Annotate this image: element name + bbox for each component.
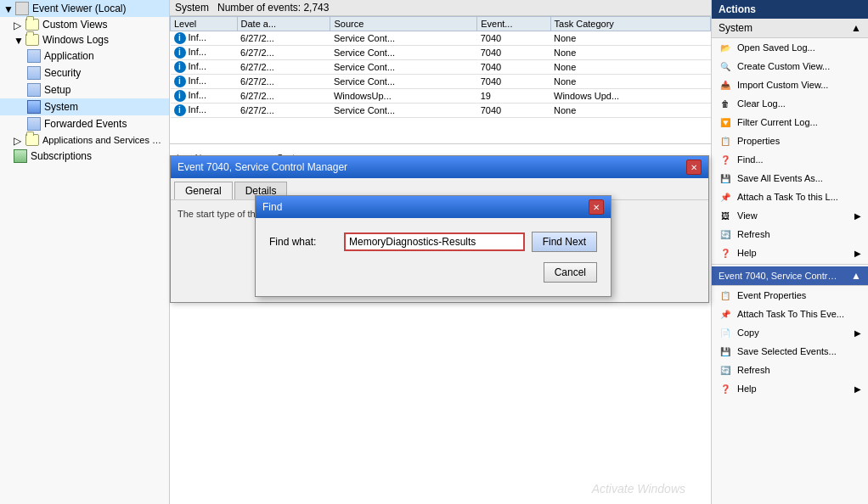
find-icon: ❓ [719, 153, 732, 166]
expand-icon[interactable]: ▼ [3, 3, 14, 14]
dialog-body: Find what: Find Next Cancel [256, 218, 611, 296]
sidebar-item-applications-services[interactable]: ▷ Applications and Services Lo... [0, 132, 169, 148]
cell-level: i Inf... [171, 104, 238, 118]
sidebar-item-security[interactable]: Security [0, 64, 169, 81]
cell-event: 7040 [477, 75, 550, 89]
folder-icon [25, 19, 39, 31]
cell-event: 7040 [477, 46, 550, 60]
panel-header: System Number of events: 2,743 [170, 0, 711, 16]
action-refresh-event[interactable]: 🔄 Refresh [712, 361, 868, 379]
action-help-event[interactable]: ❓ Help ▶ [712, 379, 868, 398]
col-date[interactable]: Date a... [237, 17, 330, 31]
sidebar-item-custom-views[interactable]: ▷ Custom Views [0, 17, 169, 32]
cell-source: Service Cont... [330, 31, 477, 46]
sidebar-item-system[interactable]: System [0, 98, 169, 115]
cancel-button[interactable]: Cancel [544, 262, 597, 283]
sidebar: ▼ Event Viewer (Local) ▷ Custom Views ▼ … [0, 0, 170, 504]
cell-event: 7040 [477, 104, 550, 118]
actions-section-system[interactable]: System ▲ [712, 19, 868, 38]
table-row[interactable]: i Inf... 6/27/2... Service Cont... 7040 … [171, 104, 711, 118]
action-label: Open Saved Log... [737, 42, 815, 53]
clear-icon: 🗑 [719, 97, 732, 110]
table-row[interactable]: i Inf... 6/27/2... WindowsUp... 19 Windo… [171, 89, 711, 104]
cell-event: 7040 [477, 31, 550, 46]
sidebar-item-subscriptions[interactable]: Subscriptions [0, 148, 169, 165]
help-event-icon: ❓ [719, 382, 732, 395]
sidebar-item-label: Security [44, 67, 81, 79]
sidebar-item-windows-logs[interactable]: ▼ Windows Logs [0, 32, 169, 48]
cell-level: i Inf... [171, 46, 238, 60]
sidebar-item-label: Subscriptions [31, 150, 92, 162]
action-copy[interactable]: 📄 Copy ▶ [712, 323, 868, 342]
sidebar-item-setup[interactable]: Setup [0, 81, 169, 98]
sidebar-item-label: Event Viewer (Local) [32, 3, 127, 14]
dialog-close-button[interactable]: ✕ [589, 199, 604, 215]
action-attach-task[interactable]: 📌 Attach a Task To this L... [712, 188, 868, 206]
col-event[interactable]: Event... [477, 17, 550, 31]
tab-general[interactable]: General [174, 182, 233, 199]
cell-source: Service Cont... [330, 104, 477, 118]
table-row[interactable]: i Inf... 6/27/2... Service Cont... 7040 … [171, 60, 711, 75]
cell-level: i Inf... [171, 31, 238, 46]
actions-title: Actions [712, 0, 868, 19]
save-selected-icon: 💾 [719, 344, 732, 358]
expand-icon[interactable]: ▷ [14, 20, 24, 30]
section-collapse-icon: ▲ [851, 22, 861, 34]
event-table: Level Date a... Source Event... Task Cat… [170, 16, 711, 118]
cell-category: None [550, 104, 710, 118]
import-icon: 📥 [719, 78, 732, 92]
cell-category: None [550, 75, 710, 89]
cell-source: Service Cont... [330, 46, 477, 60]
action-find[interactable]: ❓ Find... [712, 150, 868, 169]
col-category[interactable]: Task Category [550, 17, 710, 31]
sidebar-item-forwarded-events[interactable]: Forwarded Events [0, 115, 169, 132]
cell-level: i Inf... [171, 75, 238, 89]
action-attach-task-event[interactable]: 📌 Attach Task To This Eve... [712, 305, 868, 323]
action-view[interactable]: 🖼 View ▶ [712, 206, 868, 225]
dialog-actions: Cancel [269, 262, 597, 283]
action-open-saved-log[interactable]: 📂 Open Saved Log... [712, 38, 868, 57]
log-icon [27, 117, 41, 131]
action-clear-log[interactable]: 🗑 Clear Log... [712, 94, 868, 113]
copy-icon: 📄 [719, 326, 732, 339]
table-row[interactable]: i Inf... 6/27/2... Service Cont... 7040 … [171, 46, 711, 60]
window-close-button[interactable]: ✕ [686, 160, 702, 175]
cell-level: i Inf... [171, 60, 238, 75]
action-help-system[interactable]: ❓ Help ▶ [712, 244, 868, 262]
watermark: Activate Windows [592, 482, 685, 496]
action-label: Help [737, 248, 757, 258]
action-filter-log[interactable]: 🔽 Filter Current Log... [712, 113, 868, 132]
action-label: Save Selected Events... [737, 346, 837, 356]
expand-icon[interactable]: ▼ [14, 35, 24, 45]
find-what-label: Find what: [269, 236, 337, 248]
action-event-properties[interactable]: 📋 Event Properties [712, 286, 868, 305]
action-save-selected[interactable]: 💾 Save Selected Events... [712, 342, 868, 361]
sidebar-item-application[interactable]: Application [0, 48, 169, 64]
expand-icon[interactable]: ▷ [14, 135, 24, 145]
actions-section-system-label: System [719, 22, 752, 34]
action-save-all-events[interactable]: 💾 Save All Events As... [712, 169, 868, 188]
find-what-input[interactable] [344, 232, 525, 251]
attach-task-event-icon: 📌 [719, 307, 732, 321]
actions-section-event[interactable]: Event 7040, Service Control ... ▲ [712, 266, 868, 286]
action-label: Find... [737, 154, 764, 165]
event-table-wrapper[interactable]: Level Date a... Source Event... Task Cat… [170, 16, 711, 143]
actions-panel: Actions System ▲ 📂 Open Saved Log... 🔍 C… [711, 0, 868, 504]
log-icon-green [14, 149, 27, 163]
sidebar-item-event-viewer-local[interactable]: ▼ Event Viewer (Local) [0, 0, 169, 17]
table-row[interactable]: i Inf... 6/27/2... Service Cont... 7040 … [171, 75, 711, 89]
cell-category: None [550, 31, 710, 46]
action-create-custom-view[interactable]: 🔍 Create Custom View... [712, 57, 868, 76]
save-all-icon: 💾 [719, 171, 732, 185]
table-row[interactable]: i Inf... 6/27/2... Service Cont... 7040 … [171, 31, 711, 46]
action-refresh-system[interactable]: 🔄 Refresh [712, 225, 868, 244]
find-next-button[interactable]: Find Next [532, 232, 597, 252]
col-level[interactable]: Level [171, 17, 238, 31]
action-import-custom-view[interactable]: 📥 Import Custom View... [712, 76, 868, 94]
action-label: Attach Task To This Eve... [737, 309, 844, 319]
window-titlebar: Event 7040, Service Control Manager ✕ [171, 156, 708, 178]
action-properties[interactable]: 📋 Properties [712, 132, 868, 150]
action-label: Event Properties [737, 290, 806, 300]
col-source[interactable]: Source [330, 17, 477, 31]
sidebar-item-label: Application [44, 50, 94, 62]
